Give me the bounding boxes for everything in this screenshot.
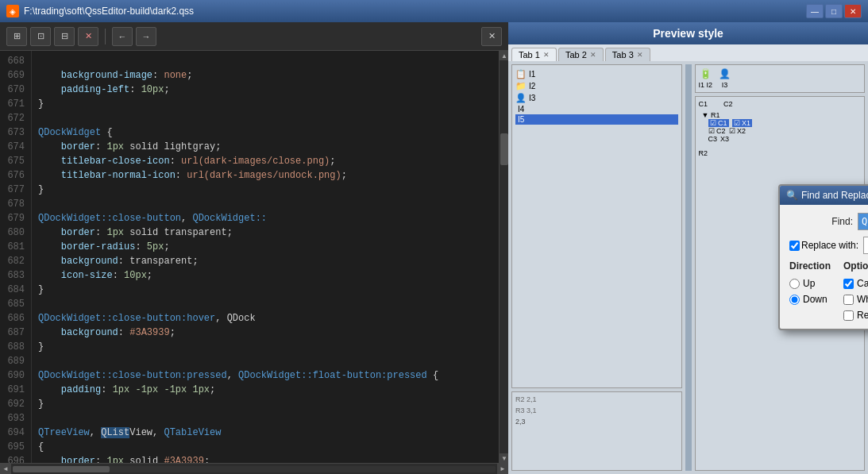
editor-area: ⊞ ⊡ ⊟ ✕ ← → ✕ 66866967067167267367467567… xyxy=(0,22,508,474)
options-label: Options xyxy=(843,260,868,272)
whole-words-label: Whole words xyxy=(857,294,868,305)
regex-label: Regular expression xyxy=(857,310,868,321)
whole-words-checkbox[interactable] xyxy=(843,295,854,305)
preview-table-left: R2 2,1 R3 3,1 2,3 xyxy=(511,391,682,471)
toolbar-separator xyxy=(105,29,106,44)
preview-icons-panel: 🔋 I1 I2 👤 I3 xyxy=(695,64,866,93)
main-container: ⊞ ⊡ ⊟ ✕ ← → ✕ 66866967067167267367467567… xyxy=(0,22,868,474)
toolbar-new-btn[interactable]: ⊞ xyxy=(6,27,27,46)
find-label: Find: xyxy=(789,216,853,227)
replace-checkbox[interactable] xyxy=(789,241,800,251)
hscroll-right-arrow[interactable]: ► xyxy=(497,464,508,475)
replace-row: Replace with: xyxy=(789,237,868,254)
replace-checkbox-label: Replace with: xyxy=(789,240,858,251)
icon-person2: 👤 xyxy=(719,68,731,79)
case-sensitive-row: Case sensitive xyxy=(843,278,868,289)
whole-words-row: Whole words xyxy=(843,294,868,305)
app-icon: ◈ xyxy=(6,5,19,17)
tab-2-label: Tab 2 xyxy=(565,50,587,60)
tree-item-i3: 👤 I3 xyxy=(515,92,678,104)
vertical-scrollbar[interactable]: ▲ ▼ xyxy=(499,51,508,463)
tab-2-close[interactable]: ✕ xyxy=(590,51,596,59)
tab-1-label: Tab 1 xyxy=(519,50,540,60)
scroll-down-arrow[interactable]: ▼ xyxy=(500,453,508,463)
tree-item-icon-folder: 📁 xyxy=(515,81,527,91)
toolbar: ⊞ ⊡ ⊟ ✕ ← → ✕ xyxy=(0,22,508,51)
title-bar-left: ◈ F:\trading\soft\QssEditor-build\dark2.… xyxy=(6,5,194,17)
line-numbers: 6686696706716726736746756766776786796806… xyxy=(0,51,32,463)
toolbar-undo-btn[interactable]: ← xyxy=(112,27,133,46)
direction-up-row: Up xyxy=(789,278,831,289)
direction-down-row: Down xyxy=(789,294,831,305)
tree-item-i1: 📋 I1 xyxy=(515,68,678,80)
toolbar-x-btn[interactable]: ✕ xyxy=(481,27,502,46)
direction-label: Direction xyxy=(789,260,831,272)
hscroll-track xyxy=(13,466,496,472)
direction-up-label: Up xyxy=(803,278,815,289)
code-content[interactable]: background-image: none; padding-left: 10… xyxy=(32,51,499,463)
dialog-search-icon: 🔍 xyxy=(786,190,798,201)
regex-checkbox[interactable] xyxy=(843,310,854,321)
replace-label: Replace with: xyxy=(801,240,858,251)
tab-3-close[interactable]: ✕ xyxy=(637,51,643,59)
toolbar-redo-btn[interactable]: → xyxy=(136,27,156,46)
toolbar-close-btn[interactable]: ✕ xyxy=(78,27,98,46)
hscroll-thumb[interactable] xyxy=(13,466,110,472)
case-sensitive-label: Case sensitive xyxy=(857,278,868,289)
case-sensitive-checkbox[interactable] xyxy=(843,279,854,289)
window-title: F:\trading\soft\QssEditor-build\dark2.qs… xyxy=(24,6,194,17)
tree-item-i5: I5 xyxy=(515,114,678,125)
regex-row: Regular expression xyxy=(843,310,868,321)
toolbar-save-btn[interactable]: ⊟ xyxy=(54,27,75,46)
tree-item-icon-person: 👤 xyxy=(515,93,527,103)
code-area: 6686696706716726736746756766776786796806… xyxy=(0,51,508,463)
title-bar-controls: — □ ✕ xyxy=(806,4,862,18)
tree-item-i2: 📁 I2 xyxy=(515,80,678,92)
minimize-button[interactable]: — xyxy=(806,4,824,18)
preview-tab-1[interactable]: Tab 1 ✕ xyxy=(511,48,557,61)
find-replace-dialog: 🔍 Find and Replace ? ✕ Find: xyxy=(778,184,868,330)
tree-item-icon-green: 📋 xyxy=(515,69,527,79)
scroll-up-arrow[interactable]: ▲ xyxy=(500,51,508,60)
dialog-title-bar: 🔍 Find and Replace ? ✕ xyxy=(780,186,868,205)
tab-3-label: Tab 3 xyxy=(612,50,634,60)
preview-tree-panel: 📋 I1 📁 I2 👤 I3 I4 xyxy=(511,64,682,388)
options-column: Options Case sensitive Whole words xyxy=(843,260,868,321)
preview-splitter[interactable] xyxy=(685,64,692,471)
dialog-title-text: Find and Replace xyxy=(801,190,868,201)
hscroll-left-arrow[interactable]: ◄ xyxy=(0,464,11,475)
maximize-button[interactable]: □ xyxy=(825,4,843,18)
title-bar: ◈ F:\trading\soft\QssEditor-build\dark2.… xyxy=(0,0,868,22)
toolbar-open-btn[interactable]: ⊡ xyxy=(30,27,51,46)
direction-up-radio[interactable] xyxy=(789,279,800,289)
horizontal-scrollbar[interactable]: ◄ ► xyxy=(0,463,508,474)
dialog-title-left: 🔍 Find and Replace xyxy=(786,190,868,201)
tree-item-i4: I4 xyxy=(515,104,678,114)
direction-column: Direction Up Down xyxy=(789,260,831,321)
preview-tab-2[interactable]: Tab 2 ✕ xyxy=(558,48,604,61)
preview-area: Preview style Tab 1 ✕ Tab 2 ✕ Tab 3 ✕ xyxy=(508,22,868,474)
direction-down-label: Down xyxy=(803,294,827,305)
preview-title: Preview style xyxy=(508,22,868,44)
dialog-body: Find: Replace with: xyxy=(780,205,868,329)
dialog-options-columns: Direction Up Down Op xyxy=(789,260,868,321)
tab-1-close[interactable]: ✕ xyxy=(543,51,550,59)
direction-down-radio[interactable] xyxy=(789,295,800,305)
find-input[interactable] xyxy=(858,213,868,230)
preview-tabs: Tab 1 ✕ Tab 2 ✕ Tab 3 ✕ xyxy=(508,44,868,61)
preview-content: 📋 I1 📁 I2 👤 I3 I4 xyxy=(508,61,868,474)
scrollbar-thumb[interactable] xyxy=(500,133,508,165)
find-row: Find: xyxy=(789,213,868,230)
replace-input[interactable] xyxy=(863,237,868,254)
preview-tab-3[interactable]: Tab 3 ✕ xyxy=(605,48,650,61)
icon-battery: 🔋 xyxy=(700,68,712,79)
window-close-button[interactable]: ✕ xyxy=(844,4,862,18)
